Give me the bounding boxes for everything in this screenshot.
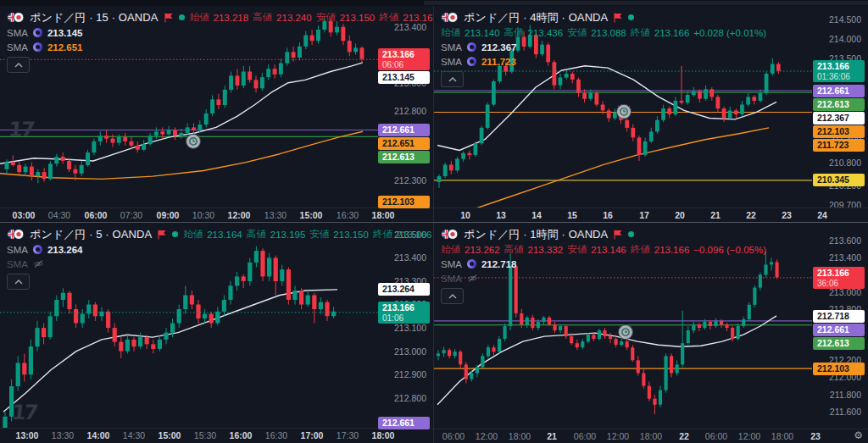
- price-tick: 213.100: [381, 322, 433, 334]
- time-tick: 18:00: [362, 210, 404, 220]
- chevron-up-icon: [14, 63, 23, 68]
- time-axis[interactable]: 06:0012:0018:002106:0012:0018:002206:001…: [434, 429, 868, 443]
- alert-icon[interactable]: [186, 134, 201, 148]
- sma-icon: [33, 28, 42, 37]
- chart-pane-15min: ポンド／円 · 15 · OANDA 始値213.218 高値213.240 安…: [0, 6, 433, 222]
- price-tick: 211.600: [815, 406, 868, 418]
- flag-icon[interactable]: [157, 230, 167, 240]
- candlestick-plot-15min[interactable]: ポンド／円 · 15 · OANDA 始値213.218 高値213.240 安…: [0, 6, 377, 208]
- axis-settings-gear-icon[interactable]: ⚙: [854, 429, 863, 441]
- price-tick: 212.800: [381, 392, 433, 404]
- chart-pane-4hour: ポンド／円 · 4時間 · OANDA 始値213.140 高値213.436 …: [434, 6, 868, 222]
- price-scale[interactable]: 214.500214.000213.500211.400210.800210.2…: [812, 6, 868, 208]
- eye-off-icon[interactable]: [467, 274, 478, 283]
- price-label-white: 213.145: [378, 71, 430, 84]
- symbol-title[interactable]: ポンド／円 · 5 · OANDA: [30, 227, 152, 242]
- ohlc-readout: 始値213.218 高値213.240 安値213.150 終値213.166 …: [190, 10, 433, 25]
- symbol-title[interactable]: ポンド／円 · 4時間 · OANDA: [464, 10, 608, 25]
- flag-icon[interactable]: [613, 13, 623, 23]
- indicator-sma-1[interactable]: SMA213.264: [7, 242, 433, 257]
- price-label-orange: 212.103: [378, 196, 430, 208]
- price-label-white: 212.718: [813, 310, 865, 323]
- market-open-status-icon[interactable]: [628, 231, 634, 237]
- sma-line[interactable]: [437, 128, 769, 208]
- tradingview-watermark-logo: 17: [8, 118, 35, 141]
- symbol-logo-gbpjpy-icon: [7, 12, 25, 23]
- price-tick: 210.800: [815, 157, 868, 169]
- price-label-purple: 212.661: [813, 85, 865, 97]
- price-label-green: 212.613: [378, 151, 430, 163]
- price-tick: 214.500: [815, 14, 868, 25]
- top-toolbar-strip: [0, 0, 868, 6]
- indicator-sma-2-hidden[interactable]: SMA: [441, 271, 766, 285]
- time-axis[interactable]: 13:0013:3014:0014:3015:0015:3016:0016:30…: [0, 428, 433, 443]
- chart-header: ポンド／円 · 1時間 · OANDA 始値213.262 高値213.332 …: [441, 226, 766, 304]
- indicator-sma-2[interactable]: SMA211.723: [441, 54, 766, 69]
- collapse-indicators-button[interactable]: [7, 57, 30, 73]
- alert-icon[interactable]: [619, 325, 633, 340]
- indicator-sma-1[interactable]: SMA213.145: [7, 25, 433, 40]
- indicator-sma-1[interactable]: SMA212.718: [441, 257, 766, 271]
- price-label-purple: 212.661: [813, 324, 865, 336]
- price-tick: 214.000: [815, 33, 868, 45]
- price-label-up: 213.16601:36:06: [813, 60, 865, 82]
- collapse-indicators-button[interactable]: [441, 288, 464, 304]
- price-tick: 212.800: [381, 105, 433, 117]
- price-tick: 211.800: [815, 389, 868, 401]
- sma-icon: [467, 42, 476, 52]
- time-axis[interactable]: 1013141516172021222324: [434, 208, 868, 222]
- eye-off-icon[interactable]: [33, 259, 44, 269]
- chevron-up-icon: [448, 294, 457, 299]
- flag-icon[interactable]: [613, 230, 623, 240]
- sma-icon: [467, 57, 476, 66]
- sma-line[interactable]: [0, 63, 363, 164]
- price-label-orange: 212.651: [378, 137, 430, 150]
- price-label-down: 213.16636:06: [813, 267, 865, 289]
- price-label-green: 212.613: [813, 98, 865, 111]
- symbol-logo-gbpjpy-icon: [441, 12, 459, 23]
- chart-pane-1hour: ポンド／円 · 1時間 · OANDA 始値213.262 高値213.332 …: [434, 222, 868, 443]
- market-open-status-icon[interactable]: [628, 14, 634, 20]
- market-open-status-icon[interactable]: [172, 231, 178, 237]
- chart-header: ポンド／円 · 15 · OANDA 始値213.218 高値213.240 安…: [7, 9, 433, 73]
- collapse-indicators-button[interactable]: [441, 71, 464, 87]
- price-tick: 213.000: [381, 346, 433, 357]
- collapse-indicators-button[interactable]: [7, 274, 30, 290]
- alert-icon[interactable]: [617, 104, 632, 119]
- change-readout: −0.096 (−0.05%): [693, 245, 766, 255]
- price-label-orange: 212.103: [813, 125, 865, 138]
- flag-icon[interactable]: [164, 13, 174, 23]
- symbol-logo-gbpjpy-icon: [7, 229, 25, 240]
- time-axis[interactable]: 03:0004:3006:0007:3009:0010:3012:0013:30…: [0, 208, 433, 222]
- candlestick-plot-5min[interactable]: ポンド／円 · 5 · OANDA 始値213.164 高値213.195 安値…: [0, 223, 377, 429]
- indicator-sma-1[interactable]: SMA212.367: [441, 40, 766, 54]
- indicator-sma-2-hidden[interactable]: SMA: [7, 257, 433, 271]
- sma-line[interactable]: [437, 316, 776, 405]
- chevron-up-icon: [448, 77, 457, 82]
- chevron-up-icon: [14, 280, 23, 285]
- candlestick-plot-4hour[interactable]: ポンド／円 · 4時間 · OANDA 始値213.140 高値213.436 …: [434, 6, 812, 208]
- sma-line[interactable]: [3, 290, 337, 412]
- price-label-purple: 212.661: [378, 417, 430, 429]
- ohlc-readout: 始値213.164 高値213.195 安値213.150 終値213.166 …: [183, 227, 433, 241]
- chart-header: ポンド／円 · 5 · OANDA 始値213.164 高値213.195 安値…: [7, 226, 433, 290]
- sma-icon: [467, 259, 476, 269]
- price-tick: 212.300: [381, 174, 433, 186]
- price-label-orange: 211.723: [813, 139, 865, 152]
- price-label-orange: 212.103: [813, 363, 865, 375]
- symbol-title[interactable]: ポンド／円 · 1時間 · OANDA: [464, 227, 608, 242]
- time-tick: 23: [794, 431, 837, 441]
- ohlc-readout: 始値213.140 高値213.436 安値213.088 終値213.166 …: [441, 25, 766, 40]
- price-label-yellow: 210.345: [813, 174, 865, 186]
- price-tick: 213.400: [815, 252, 868, 263]
- candlestick-plot-1hour[interactable]: ポンド／円 · 1時間 · OANDA 始値213.262 高値213.332 …: [434, 223, 812, 429]
- price-scale[interactable]: 213.600213.400213.200213.000212.800212.4…: [812, 223, 868, 429]
- sma-icon: [33, 42, 42, 52]
- change-readout: +0.028 (+0.01%): [693, 28, 766, 38]
- symbol-title[interactable]: ポンド／円 · 15 · OANDA: [30, 10, 159, 25]
- market-open-status-icon[interactable]: [179, 14, 185, 20]
- indicator-sma-2[interactable]: SMA212.651: [7, 40, 433, 54]
- sma-line[interactable]: [0, 131, 363, 179]
- price-label-white: 212.367: [813, 112, 865, 125]
- time-tick: 24: [801, 210, 843, 220]
